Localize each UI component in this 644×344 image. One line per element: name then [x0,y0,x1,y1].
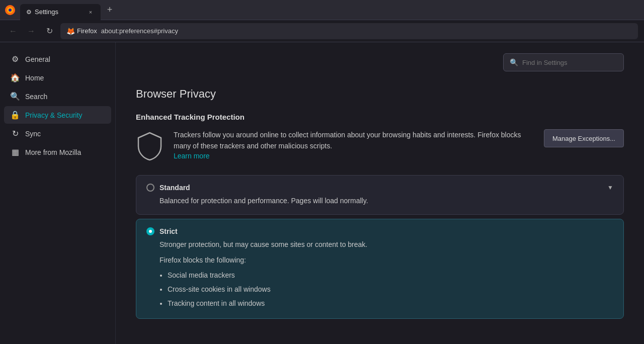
firefox-logo [4,4,16,16]
standard-label: Standard [159,184,602,192]
address-bar[interactable]: 🦊 Firefox about:preferences#privacy [60,23,638,39]
strict-blocks-title: Firefox blocks the following: [159,256,613,264]
mozilla-icon: ▦ [10,147,20,157]
find-settings-bar: 🔍 [136,53,624,71]
settings-tab[interactable]: ⚙ Settings × [20,4,101,20]
forward-button[interactable]: → [24,24,38,38]
shield-icon-wrap [136,131,164,163]
standard-radio[interactable] [146,184,154,192]
sidebar-label-home: Home [25,74,44,82]
list-item-tracking: Tracking content in all windows [168,296,613,310]
manage-exceptions-button[interactable]: Manage Exceptions... [544,129,624,147]
standard-option-card[interactable]: Standard ▼ Balanced for protection and p… [136,175,624,215]
standard-description: Balanced for protection and performance.… [159,196,613,206]
svg-point-2 [9,9,12,12]
refresh-button[interactable]: ↻ [42,24,56,38]
new-tab-button[interactable]: + [103,3,117,17]
strict-description: Stronger protection, but may cause some … [159,239,613,250]
shield-icon [136,131,164,161]
ff-flame-icon: 🦊 [66,27,75,35]
sidebar-item-search[interactable]: 🔍 Search [4,88,111,105]
learn-more-link[interactable]: Learn more [174,152,210,160]
find-input-wrapper: 🔍 [503,53,624,71]
sidebar-item-sync[interactable]: ↻ Sync [4,125,111,142]
sidebar-item-more-mozilla[interactable]: ▦ More from Mozilla [4,143,111,161]
firefox-label: Firefox [77,27,97,35]
home-icon: 🏠 [10,73,20,82]
find-settings-input[interactable] [522,59,617,66]
lock-icon: 🔒 [10,110,20,120]
url-display: about:preferences#privacy [101,27,178,35]
sidebar-item-privacy[interactable]: 🔒 Privacy & Security [4,106,111,124]
sidebar-item-home[interactable]: 🏠 Home [4,69,111,87]
strict-option-header: Strict [146,227,613,235]
tab-icon: ⚙ [26,9,32,16]
nav-bar: ← → ↻ 🦊 Firefox about:preferences#privac… [0,20,644,42]
page-title: Browser Privacy [136,88,624,101]
etp-description: Trackers follow you around online to col… [174,129,534,152]
etp-text-block: Trackers follow you around online to col… [174,129,534,160]
strict-details: Firefox blocks the following: Social med… [159,256,613,310]
standard-chevron-icon: ▼ [607,184,613,191]
list-item-social: Social media trackers [168,268,613,282]
standard-option-header: Standard ▼ [146,184,613,192]
tab-title: Settings [35,8,84,16]
sidebar-label-more-mozilla: More from Mozilla [25,148,81,156]
sidebar-label-privacy: Privacy & Security [25,111,83,119]
browser-chrome: ⚙ Settings × + [0,0,644,20]
main-layout: ⚙ General 🏠 Home 🔍 Search 🔒 Privacy & Se… [0,42,644,344]
content-area: 🔍 Browser Privacy Enhanced Tracking Prot… [116,42,644,344]
find-icon: 🔍 [510,58,518,66]
firefox-badge: 🦊 Firefox [66,27,97,35]
general-icon: ⚙ [10,54,20,64]
sidebar-label-search: Search [25,93,47,101]
etp-section-title: Enhanced Tracking Protection [136,113,624,121]
sidebar-item-general[interactable]: ⚙ General [4,50,111,68]
strict-label: Strict [159,227,613,235]
sidebar: ⚙ General 🏠 Home 🔍 Search 🔒 Privacy & Se… [0,42,116,344]
strict-radio[interactable] [146,227,154,235]
tab-bar: ⚙ Settings × + [20,0,640,20]
list-item-cookies: Cross-site cookies in all windows [168,282,613,296]
back-button[interactable]: ← [6,24,20,38]
tab-close-button[interactable]: × [87,8,95,16]
strict-option-card[interactable]: Strict Stronger protection, but may caus… [136,219,624,319]
sidebar-label-sync: Sync [25,130,41,138]
etp-section: Trackers follow you around online to col… [136,129,624,163]
strict-blocks-list: Social media trackers Cross-site cookies… [159,268,613,310]
sync-icon: ↻ [10,129,20,138]
search-icon: 🔍 [10,92,20,101]
sidebar-label-general: General [25,55,50,63]
